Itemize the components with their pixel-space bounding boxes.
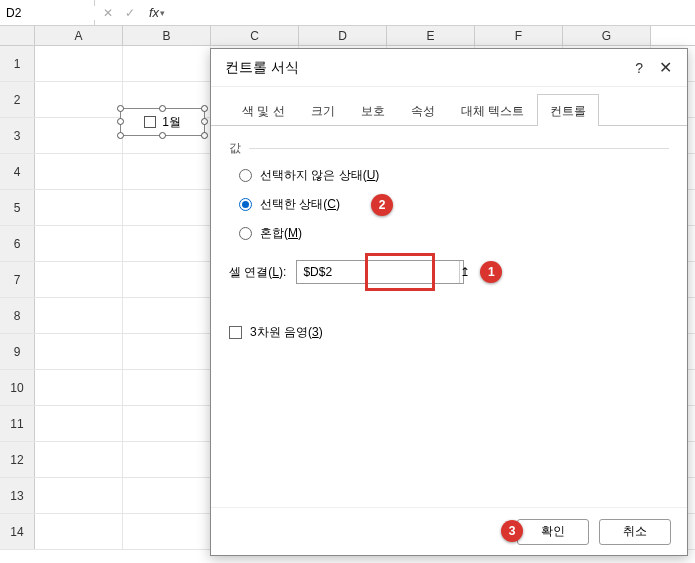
cell[interactable] xyxy=(35,46,123,81)
radio-label: 선택한 상태(C) xyxy=(260,196,340,213)
radio-mixed[interactable]: 혼합(M) xyxy=(239,225,669,242)
checkbox-icon[interactable] xyxy=(144,116,156,128)
cell[interactable] xyxy=(35,82,123,117)
radio-icon[interactable] xyxy=(239,169,252,182)
cell[interactable] xyxy=(35,442,123,477)
cell[interactable] xyxy=(35,262,123,297)
row-header[interactable]: 1 xyxy=(0,46,35,81)
row-header[interactable]: 10 xyxy=(0,370,35,405)
row-header[interactable]: 5 xyxy=(0,190,35,225)
col-header[interactable]: C xyxy=(211,26,299,45)
formula-bar-row: ▾ ✕ ✓ fx xyxy=(0,0,695,26)
three-d-label: 3차원 음영(3) xyxy=(250,324,323,341)
range-picker-icon[interactable]: ↥ xyxy=(459,261,470,283)
col-header[interactable]: F xyxy=(475,26,563,45)
select-all-corner[interactable] xyxy=(0,26,35,45)
checkbox-icon[interactable] xyxy=(229,326,242,339)
resize-handle-icon[interactable] xyxy=(117,132,124,139)
cell-link-input-wrap[interactable]: ↥ xyxy=(296,260,464,284)
col-header[interactable]: E xyxy=(387,26,475,45)
checkbox-label: 1월 xyxy=(162,114,181,131)
cell[interactable] xyxy=(35,514,123,549)
cell[interactable] xyxy=(35,154,123,189)
row-header[interactable]: 11 xyxy=(0,406,35,441)
annotation-badge-3: 3 xyxy=(501,520,523,542)
dialog-tabs: 색 및 선 크기 보호 속성 대체 텍스트 컨트롤 xyxy=(211,87,687,126)
tab-colors-lines[interactable]: 색 및 선 xyxy=(229,94,298,126)
resize-handle-icon[interactable] xyxy=(201,118,208,125)
tab-size[interactable]: 크기 xyxy=(298,94,348,126)
dialog-titlebar[interactable]: 컨트롤 서식 ? ✕ xyxy=(211,49,687,87)
dialog-title: 컨트롤 서식 xyxy=(225,59,299,77)
value-radio-group: 선택하지 않은 상태(U) 선택한 상태(C) 2 혼합(M) xyxy=(229,167,669,242)
row-header[interactable]: 2 xyxy=(0,82,35,117)
col-header[interactable]: B xyxy=(123,26,211,45)
cell[interactable] xyxy=(123,226,211,261)
cell[interactable] xyxy=(123,406,211,441)
tab-protection[interactable]: 보호 xyxy=(348,94,398,126)
help-icon[interactable]: ? xyxy=(635,60,643,76)
resize-handle-icon[interactable] xyxy=(201,105,208,112)
radio-icon[interactable] xyxy=(239,227,252,240)
ok-button[interactable]: 확인 xyxy=(517,519,589,545)
cell[interactable] xyxy=(123,154,211,189)
cell[interactable] xyxy=(123,370,211,405)
row-header[interactable]: 3 xyxy=(0,118,35,153)
name-box[interactable]: ▾ xyxy=(0,0,95,26)
cell[interactable] xyxy=(35,334,123,369)
resize-handle-icon[interactable] xyxy=(159,105,166,112)
row-header[interactable]: 7 xyxy=(0,262,35,297)
cell[interactable] xyxy=(35,118,123,153)
cancel-formula-icon[interactable]: ✕ xyxy=(101,6,115,20)
row-header[interactable]: 6 xyxy=(0,226,35,261)
cell[interactable] xyxy=(35,190,123,225)
tab-alt-text[interactable]: 대체 텍스트 xyxy=(448,94,537,126)
row-header[interactable]: 9 xyxy=(0,334,35,369)
cell[interactable] xyxy=(123,190,211,225)
col-header[interactable]: D xyxy=(299,26,387,45)
format-control-dialog: 컨트롤 서식 ? ✕ 색 및 선 크기 보호 속성 대체 텍스트 컨트롤 값 선… xyxy=(210,48,688,556)
cell[interactable] xyxy=(35,298,123,333)
cell[interactable] xyxy=(123,442,211,477)
cell[interactable] xyxy=(123,46,211,81)
resize-handle-icon[interactable] xyxy=(201,132,208,139)
row-header[interactable]: 4 xyxy=(0,154,35,189)
resize-handle-icon[interactable] xyxy=(117,118,124,125)
cell[interactable] xyxy=(123,334,211,369)
row-header[interactable]: 13 xyxy=(0,478,35,513)
resize-handle-icon[interactable] xyxy=(159,132,166,139)
resize-handle-icon[interactable] xyxy=(117,105,124,112)
cancel-button[interactable]: 취소 xyxy=(599,519,671,545)
cell[interactable] xyxy=(123,478,211,513)
radio-icon[interactable] xyxy=(239,198,252,211)
radio-checked[interactable]: 선택한 상태(C) 2 xyxy=(239,196,669,213)
annotation-badge-1: 1 xyxy=(480,261,502,283)
cell[interactable] xyxy=(123,298,211,333)
tab-properties[interactable]: 속성 xyxy=(398,94,448,126)
cell[interactable] xyxy=(123,514,211,549)
cell[interactable] xyxy=(35,370,123,405)
cell[interactable] xyxy=(35,406,123,441)
cell[interactable] xyxy=(35,478,123,513)
fx-icon[interactable]: fx xyxy=(145,5,159,20)
col-header[interactable]: G xyxy=(563,26,651,45)
checkbox-form-control[interactable]: 1월 xyxy=(120,108,205,136)
cell[interactable] xyxy=(123,262,211,297)
cell-link-row: 셀 연결(L): ↥ 1 xyxy=(229,260,669,284)
tab-control[interactable]: 컨트롤 xyxy=(537,94,599,126)
cell-link-input[interactable] xyxy=(297,261,459,283)
cell-link-label: 셀 연결(L): xyxy=(229,264,286,281)
radio-unchecked[interactable]: 선택하지 않은 상태(U) xyxy=(239,167,669,184)
col-header[interactable]: A xyxy=(35,26,123,45)
row-header[interactable]: 12 xyxy=(0,442,35,477)
row-header[interactable]: 8 xyxy=(0,298,35,333)
row-header[interactable]: 14 xyxy=(0,514,35,549)
radio-label: 혼합(M) xyxy=(260,225,302,242)
close-icon[interactable]: ✕ xyxy=(653,58,677,77)
cell[interactable] xyxy=(35,226,123,261)
value-section-label: 값 xyxy=(229,140,669,157)
confirm-formula-icon[interactable]: ✓ xyxy=(123,6,137,20)
radio-label: 선택하지 않은 상태(U) xyxy=(260,167,379,184)
three-d-checkbox-row[interactable]: 3차원 음영(3) xyxy=(229,324,669,341)
column-headers: A B C D E F G xyxy=(0,26,695,46)
